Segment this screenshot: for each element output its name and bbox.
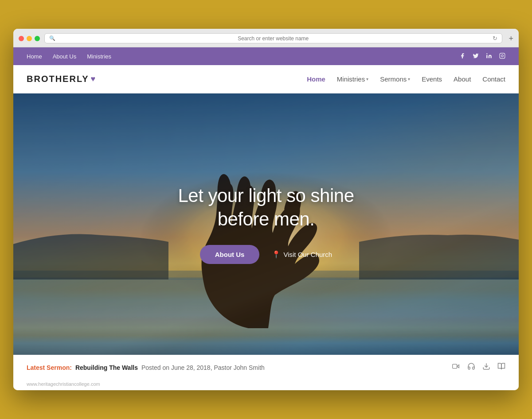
download-icon[interactable]	[482, 362, 490, 372]
brand-name: BROTHERLY	[27, 74, 89, 84]
minimize-button[interactable]	[27, 36, 32, 41]
hero-buttons: About Us 📍 Visit Our Church	[178, 245, 354, 264]
search-icon: 🔍	[49, 35, 55, 41]
nav-events[interactable]: Events	[422, 75, 442, 83]
top-nav-about-us[interactable]: About Us	[53, 53, 76, 60]
headphones-icon[interactable]	[467, 362, 475, 372]
hero-quote-line2: before men.	[178, 208, 354, 231]
svg-point-0	[486, 53, 487, 54]
top-nav-ministries[interactable]: Ministries	[87, 53, 111, 60]
hero-quote-line1: Let your light so shine	[178, 184, 354, 208]
brand-heart-icon: ♥	[91, 74, 96, 84]
svg-rect-9	[453, 364, 457, 368]
refresh-icon[interactable]: ↻	[493, 35, 497, 42]
video-icon[interactable]	[451, 363, 460, 372]
hero-section: Let your light so shine before men. Abou…	[13, 93, 519, 355]
about-us-button[interactable]: About Us	[200, 245, 260, 264]
location-pin-icon: 📍	[272, 250, 281, 259]
sermon-actions	[451, 362, 505, 372]
hero-quote: Let your light so shine before men.	[178, 184, 354, 231]
sermon-bar: Latest Sermon: Rebuilding The Walls Post…	[13, 355, 519, 380]
nav-sermons-dropdown[interactable]: Sermons ▾	[380, 75, 410, 83]
sermon-title[interactable]: Rebuilding The Walls	[75, 364, 138, 371]
sermon-info: Latest Sermon: Rebuilding The Walls Post…	[27, 364, 265, 371]
new-tab-button[interactable]: +	[509, 35, 513, 43]
nav-ministries-dropdown[interactable]: Ministries ▾	[337, 75, 368, 83]
book-icon[interactable]	[497, 362, 505, 372]
nav-home[interactable]: Home	[307, 75, 325, 83]
visit-church-label: Visit Our Church	[283, 251, 332, 258]
instagram-icon[interactable]	[499, 53, 505, 60]
twitter-icon[interactable]	[473, 53, 479, 60]
browser-chrome: 🔍 ↻ +	[13, 29, 519, 47]
sermon-label: Latest Sermon:	[27, 364, 72, 371]
visit-church-button[interactable]: 📍 Visit Our Church	[272, 250, 332, 259]
sermons-caret: ▾	[408, 77, 410, 81]
address-bar[interactable]: 🔍 ↻	[44, 33, 502, 43]
close-button[interactable]	[19, 36, 24, 41]
ministries-caret: ▾	[366, 77, 368, 81]
footer-url: www.heritagechristiancollege.com	[13, 380, 519, 390]
address-input[interactable]	[58, 35, 488, 42]
facebook-icon[interactable]	[459, 53, 466, 60]
nav-contact[interactable]: Contact	[482, 75, 505, 83]
top-nav-bar: Home About Us Ministries	[13, 47, 519, 65]
svg-marker-8	[457, 365, 459, 368]
social-icons	[459, 53, 505, 60]
hero-content: Let your light so shine before men. Abou…	[178, 184, 354, 264]
nav-about[interactable]: About	[454, 75, 471, 83]
linkedin-icon[interactable]	[486, 53, 492, 60]
sermon-meta: Posted on June 28, 2018, Pastor John Smi…	[141, 364, 265, 371]
svg-rect-1	[500, 53, 505, 58]
main-header: BROTHERLY ♥ Home Ministries ▾ Sermons ▾ …	[13, 65, 519, 93]
browser-window: 🔍 ↻ + Home About Us Ministries	[13, 29, 519, 390]
top-nav-home[interactable]: Home	[27, 53, 42, 60]
traffic-lights	[19, 36, 40, 41]
maximize-button[interactable]	[35, 36, 40, 41]
top-nav-links: Home About Us Ministries	[27, 53, 111, 60]
brand-logo[interactable]: BROTHERLY ♥	[27, 74, 95, 84]
main-navigation: Home Ministries ▾ Sermons ▾ Events About…	[307, 75, 505, 83]
